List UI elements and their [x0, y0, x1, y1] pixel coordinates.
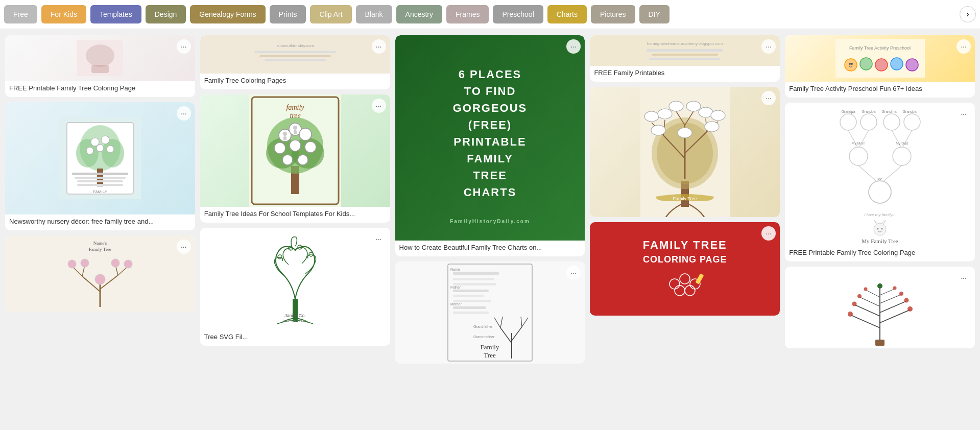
svg-point-159: [881, 228, 882, 229]
svg-point-171: [848, 312, 853, 317]
svg-point-118: [678, 128, 692, 138]
svg-point-176: [899, 292, 903, 296]
svg-point-140: [840, 114, 856, 130]
svg-rect-17: [77, 184, 123, 186]
card-menu-button[interactable]: ···: [761, 39, 776, 54]
svg-point-150: [849, 147, 868, 165]
card-free-printable-coloring-top[interactable]: FREE Printable Family Tree Coloring Page…: [5, 35, 195, 97]
card-free-printable-coloring-sketch[interactable]: Grandpa Grandpa Grandma Grandpa My Mom M…: [785, 103, 975, 261]
svg-point-130: [875, 59, 888, 71]
card-menu-button[interactable]: ···: [957, 107, 971, 121]
svg-text:Grandma: Grandma: [881, 110, 896, 113]
nav-btn-free[interactable]: Free: [4, 5, 37, 23]
card-family-tree-coloring-pages[interactable]: allaboutbirthday.com Family Tree Colorin…: [200, 35, 390, 89]
card-family-tree-form[interactable]: Family Tree Name Father Mother Grandfath…: [395, 261, 585, 364]
svg-point-51: [290, 140, 301, 151]
card-menu-button[interactable]: ···: [177, 39, 191, 54]
svg-point-9: [91, 138, 99, 146]
card-menu-button[interactable]: ···: [957, 271, 971, 285]
svg-point-179: [877, 283, 882, 289]
svg-point-142: [883, 114, 900, 130]
card-menu-button[interactable]: ···: [957, 39, 971, 54]
nav-btn-clip-art[interactable]: Clip Art: [310, 5, 351, 23]
card-preschool-activity[interactable]: Family Tree Activity Preschool Family Tr…: [785, 35, 975, 98]
card-free-family-printables-caption: FREE Family Printables: [590, 66, 780, 82]
svg-point-123: [675, 285, 685, 296]
card-caption: Newsworthy nursery décor: free family tr…: [5, 214, 195, 230]
svg-text:homegrownhearts-academy.blogsp: homegrownhearts-academy.blogspot.com: [647, 41, 723, 46]
svg-point-11: [86, 147, 93, 154]
svg-point-175: [857, 294, 862, 298]
svg-text:Grandpa: Grandpa: [841, 110, 855, 114]
nav-btn-ancestry[interactable]: Ancestry: [396, 5, 442, 23]
card-menu-button[interactable]: ···: [372, 99, 386, 113]
svg-point-151: [893, 147, 911, 165]
nav-btn-pictures[interactable]: Pictures: [591, 5, 635, 23]
nav-btn-blank[interactable]: Blank: [356, 5, 392, 23]
svg-rect-85: [453, 312, 489, 314]
svg-rect-38: [265, 59, 326, 61]
nav-btn-charts[interactable]: Charts: [547, 5, 587, 23]
svg-point-117: [705, 122, 719, 132]
svg-point-49: [299, 128, 312, 140]
svg-text:Grandpa: Grandpa: [902, 110, 916, 114]
svg-point-13: [107, 146, 114, 153]
card-newsworthy-nursery[interactable]: FAMILY Newsworthy nursery décor: free fa…: [5, 102, 195, 230]
svg-point-133: [849, 63, 851, 65]
nav-btn-genealogy-forms[interactable]: Genealogy Forms: [190, 5, 265, 23]
svg-point-174: [904, 298, 909, 302]
svg-rect-84: [453, 306, 486, 309]
card-menu-button[interactable]: ···: [372, 232, 386, 246]
svg-text:Family Tree: Family Tree: [673, 196, 697, 201]
svg-text:Mother: Mother: [450, 302, 462, 306]
card-menu-button[interactable]: ···: [372, 39, 386, 54]
svg-point-12: [97, 145, 104, 152]
card-6-places[interactable]: 6 PLACES TO FIND GORGEOUS (FREE) PRINTAB…: [395, 35, 585, 256]
nav-btn-prints[interactable]: Prints: [270, 5, 306, 23]
svg-point-111: [658, 109, 672, 119]
svg-text:Grandmother: Grandmother: [473, 335, 495, 339]
card-beige-tree[interactable]: Family Tree ···: [590, 87, 780, 217]
svg-point-128: [845, 59, 857, 71]
nav-btn-design[interactable]: Design: [146, 5, 186, 23]
svg-point-178: [893, 286, 896, 290]
card-free-family-printables[interactable]: homegrownhearts-academy.blogspot.com FRE…: [590, 35, 780, 82]
nav-next-arrow[interactable]: ›: [960, 6, 976, 22]
card-menu-button[interactable]: ···: [761, 226, 776, 241]
svg-point-173: [852, 301, 856, 306]
card-caption: Family Tree Activity Preschool Fun 67+ I…: [785, 82, 975, 98]
svg-rect-58: [294, 130, 297, 134]
card-caption: FREE Printable Family Tree Coloring Page: [5, 81, 195, 97]
nav-btn-diy[interactable]: DIY: [639, 5, 670, 23]
svg-point-10: [101, 136, 109, 144]
svg-point-116: [651, 125, 665, 135]
card-school-templates[interactable]: family tree: [200, 94, 390, 223]
card-spiral-tree[interactable]: ···: [785, 267, 975, 348]
card-menu-button[interactable]: ···: [177, 240, 191, 254]
svg-rect-15: [75, 177, 126, 179]
svg-point-120: [670, 279, 680, 289]
svg-point-113: [686, 101, 701, 111]
svg-text:Family: Family: [481, 343, 499, 351]
svg-point-132: [906, 59, 918, 71]
nav-btn-for-kids[interactable]: For Kids: [41, 5, 86, 23]
svg-point-141: [861, 114, 877, 130]
card-names-family-tree[interactable]: Name's Family Tree ···: [5, 235, 195, 312]
svg-text:Family Tree Activity Preschool: Family Tree Activity Preschool: [849, 45, 911, 51]
svg-text:allaboutbirthday.com: allaboutbirthday.com: [276, 43, 314, 48]
card-family-tree-coloring-red[interactable]: FAMILY TREE COLORING PAGE ···: [590, 222, 780, 316]
svg-text:My Dad: My Dad: [896, 141, 908, 146]
nav-btn-frames[interactable]: Frames: [446, 5, 489, 23]
svg-rect-78: [453, 272, 499, 275]
svg-point-52: [305, 141, 316, 153]
nav-btn-templates[interactable]: Templates: [90, 5, 141, 23]
svg-point-33: [95, 274, 105, 284]
card-menu-button[interactable]: ···: [177, 106, 191, 121]
svg-rect-82: [453, 295, 484, 297]
card-tree-svg-file[interactable]: Jani & Co. Tree SVG Fil... Tree SVG Fil.…: [200, 228, 390, 346]
svg-point-53: [282, 155, 293, 165]
svg-rect-37: [259, 55, 331, 57]
card-menu-button[interactable]: ···: [761, 91, 776, 105]
svg-rect-56: [283, 136, 286, 140]
nav-btn-preschool[interactable]: Preschool: [493, 5, 543, 23]
